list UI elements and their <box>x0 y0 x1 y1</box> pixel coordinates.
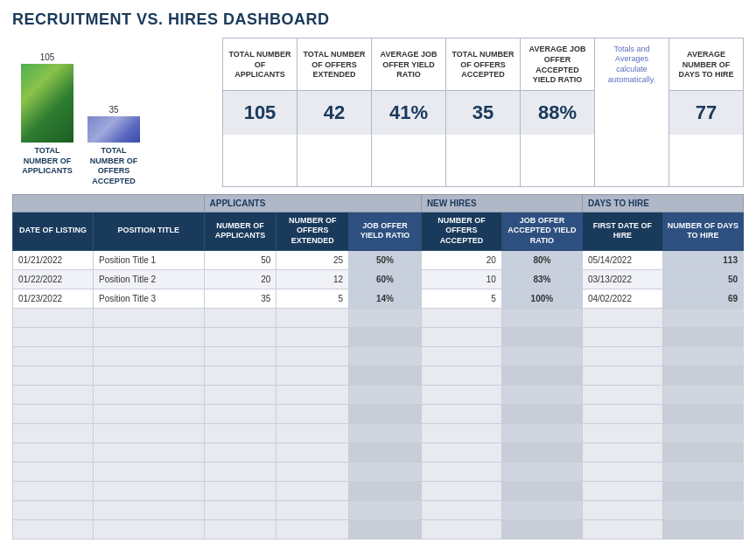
bar2 <box>88 116 140 143</box>
col-header-row: DATE OF LISTING POSITION TITLE NUMBER OF… <box>13 212 744 250</box>
kpi-card-1: TOTAL NUMBER OF APPLICANTS 105 <box>223 38 298 186</box>
col-accepted-yield: JOB OFFER ACCEPTED YIELD RATIO <box>501 212 582 250</box>
cell-date: 01/22/2022 <box>13 269 94 289</box>
kpi-note-6: Totals and Averages calculate automatica… <box>595 38 668 91</box>
cell-accepted-yield: 83% <box>501 269 582 289</box>
kpi-value-7: 77 <box>669 91 743 135</box>
cell-applicants: 20 <box>204 269 276 289</box>
bar-chart: 105 35 <box>12 38 214 143</box>
cell-offers: 12 <box>276 269 349 289</box>
empty-row <box>13 327 744 346</box>
cell-first-date: 03/13/2022 <box>582 269 662 289</box>
bar1 <box>21 64 74 143</box>
kpi-header-3: AVERAGE JOB OFFER YIELD RATIO <box>372 38 445 91</box>
kpi-card-4: TOTAL NUMBER OF OFFERS ACCEPTED 35 <box>446 38 521 186</box>
kpi-card-2: TOTAL NUMBER OF OFFERS EXTENDED 42 <box>298 38 372 186</box>
cell-days: 50 <box>662 269 743 289</box>
dashboard: RECRUITMENT VS. HIRES DASHBOARD 105 35 T… <box>0 0 756 557</box>
kpi-card-7: AVERAGE NUMBER OF DAYS TO HIRE 77 <box>669 38 743 186</box>
cell-days: 69 <box>662 289 743 308</box>
section-applicants: APPLICANTS <box>204 194 421 212</box>
empty-row <box>13 404 744 423</box>
kpi-value-4: 35 <box>446 91 520 135</box>
main-table: APPLICANTS NEW HIRES DAYS TO HIRE DATE O… <box>12 194 744 540</box>
cell-date: 01/23/2022 <box>13 289 94 308</box>
bar1-container: 105 <box>21 52 74 143</box>
empty-row <box>13 346 744 366</box>
empty-row <box>13 462 744 481</box>
cell-yield: 14% <box>349 289 422 308</box>
col-yield: JOB OFFER YIELD RATIO <box>349 212 422 250</box>
kpi-header-2: TOTAL NUMBER OF OFFERS EXTENDED <box>298 38 371 91</box>
chart-area: 105 35 TOTAL NUMBER OF APPLICANTS TOTAL … <box>12 38 222 187</box>
cell-accepted: 10 <box>421 269 501 289</box>
empty-row <box>13 385 744 404</box>
chart-labels: TOTAL NUMBER OF APPLICANTS TOTAL NUMBER … <box>12 143 214 187</box>
cell-yield: 60% <box>349 269 422 289</box>
kpi-card-5: AVERAGE JOB OFFER ACCEPTED YIELD RATIO 8… <box>521 38 595 186</box>
top-section: 105 35 TOTAL NUMBER OF APPLICANTS TOTAL … <box>12 38 744 187</box>
cell-accepted-yield: 80% <box>501 250 582 269</box>
kpi-header-7: AVERAGE NUMBER OF DAYS TO HIRE <box>669 38 743 91</box>
kpi-value-1: 105 <box>223 91 297 135</box>
empty-row <box>13 519 744 539</box>
cell-position: Position Title 1 <box>94 250 205 269</box>
cell-position: Position Title 2 <box>94 269 205 289</box>
empty-row <box>13 423 744 442</box>
cell-first-date: 05/14/2022 <box>582 250 662 269</box>
col-applicants: NUMBER OF APPLICANTS <box>204 212 276 250</box>
cell-offers: 5 <box>276 289 349 308</box>
bar1-label-top: 105 <box>40 52 55 62</box>
cell-accepted: 20 <box>421 250 501 269</box>
empty-row <box>13 442 744 462</box>
cell-position: Position Title 3 <box>94 289 205 308</box>
cell-accepted-yield: 100% <box>501 289 582 308</box>
kpi-header-1: TOTAL NUMBER OF APPLICANTS <box>223 38 297 91</box>
col-date: DATE OF LISTING <box>13 212 94 250</box>
kpi-card-3: AVERAGE JOB OFFER YIELD RATIO 41% <box>372 38 446 186</box>
bar2-label-top: 35 <box>108 105 118 115</box>
col-position: POSITION TITLE <box>94 212 205 250</box>
cell-applicants: 35 <box>204 289 276 308</box>
kpi-value-3: 41% <box>372 91 445 135</box>
bar2-container: 35 <box>88 105 140 143</box>
section-spacer <box>13 194 205 212</box>
kpi-value-2: 42 <box>298 91 371 135</box>
cell-first-date: 04/02/2022 <box>582 289 662 308</box>
empty-row <box>13 481 744 500</box>
col-days-hire: NUMBER OF DAYS TO HIRE <box>662 212 743 250</box>
section-header-row: APPLICANTS NEW HIRES DAYS TO HIRE <box>13 194 744 212</box>
table-row: 01/22/2022 Position Title 2 20 12 60% 10… <box>13 269 744 289</box>
table-row: 01/21/2022 Position Title 1 50 25 50% 20… <box>13 250 744 269</box>
cell-accepted: 5 <box>421 289 501 308</box>
empty-row <box>13 500 744 519</box>
empty-row <box>13 308 744 327</box>
page-title: RECRUITMENT VS. HIRES DASHBOARD <box>12 10 744 29</box>
cell-offers: 25 <box>276 250 349 269</box>
kpi-section: TOTAL NUMBER OF APPLICANTS 105 TOTAL NUM… <box>222 38 744 187</box>
cell-days: 113 <box>662 250 743 269</box>
col-first-date: FIRST DATE OF HIRE <box>582 212 662 250</box>
kpi-card-6: Totals and Averages calculate automatica… <box>595 38 669 186</box>
empty-row <box>13 366 744 385</box>
chart-label1: TOTAL NUMBER OF APPLICANTS <box>21 146 74 187</box>
kpi-header-5: AVERAGE JOB OFFER ACCEPTED YIELD RATIO <box>521 38 594 91</box>
cell-applicants: 50 <box>204 250 276 269</box>
kpi-value-5: 88% <box>521 91 594 135</box>
table-row: 01/23/2022 Position Title 3 35 5 14% 5 1… <box>13 289 744 308</box>
cell-yield: 50% <box>349 250 422 269</box>
col-offers: NUMBER OF OFFERS EXTENDED <box>276 212 349 250</box>
section-days-to-hire: DAYS TO HIRE <box>582 194 743 212</box>
cell-date: 01/21/2022 <box>13 250 94 269</box>
section-new-hires: NEW HIRES <box>421 194 582 212</box>
col-accepted: NUMBER OF OFFERS ACCEPTED <box>421 212 501 250</box>
chart-label2: TOTAL NUMBER OF OFFERS ACCEPTED <box>88 146 140 187</box>
kpi-header-4: TOTAL NUMBER OF OFFERS ACCEPTED <box>446 38 520 91</box>
